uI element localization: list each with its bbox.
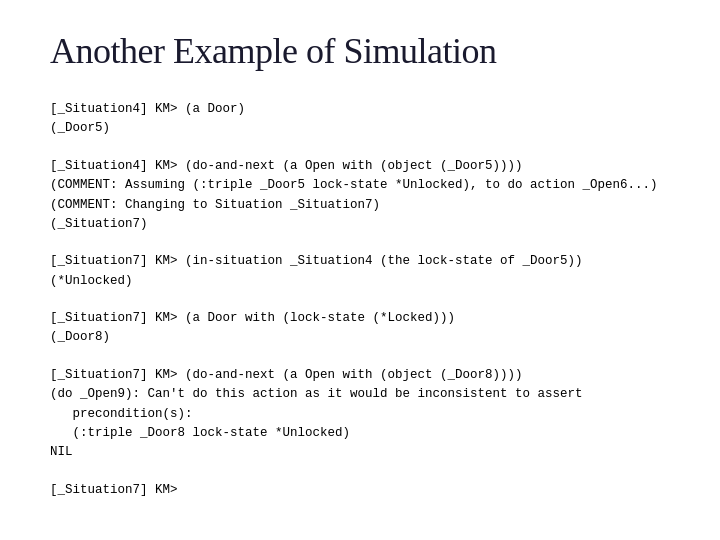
code-block-6: [_Situation7] KM> — [50, 481, 670, 500]
code-block-2: [_Situation4] KM> (do-and-next (a Open w… — [50, 157, 670, 235]
slide-title: Another Example of Simulation — [50, 30, 670, 72]
section-5: [_Situation7] KM> (do-and-next (a Open w… — [50, 366, 670, 463]
section-2: [_Situation4] KM> (do-and-next (a Open w… — [50, 157, 670, 235]
slide-container: Another Example of Simulation [_Situatio… — [0, 0, 720, 540]
code-block-5: [_Situation7] KM> (do-and-next (a Open w… — [50, 366, 670, 463]
code-block-1: [_Situation4] KM> (a Door) (_Door5) — [50, 100, 670, 139]
section-1: [_Situation4] KM> (a Door) (_Door5) — [50, 100, 670, 139]
section-6: [_Situation7] KM> — [50, 481, 670, 500]
code-block-3: [_Situation7] KM> (in-situation _Situati… — [50, 252, 670, 291]
code-content: [_Situation4] KM> (a Door) (_Door5) [_Si… — [50, 100, 670, 500]
code-block-4: [_Situation7] KM> (a Door with (lock-sta… — [50, 309, 670, 348]
section-3: [_Situation7] KM> (in-situation _Situati… — [50, 252, 670, 291]
section-4: [_Situation7] KM> (a Door with (lock-sta… — [50, 309, 670, 348]
